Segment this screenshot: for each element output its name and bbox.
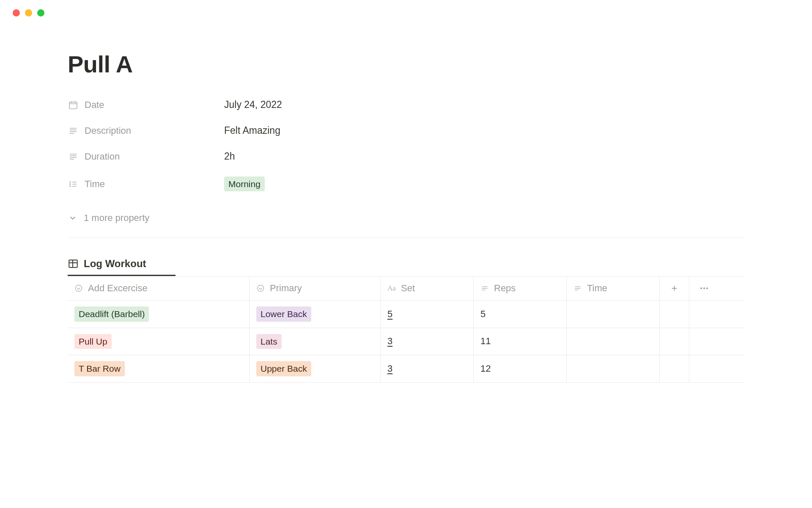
- cell-set[interactable]: 5: [381, 301, 474, 327]
- property-value[interactable]: Morning: [224, 177, 265, 191]
- column-header-reps[interactable]: Reps: [474, 276, 567, 300]
- cell-time[interactable]: [567, 328, 660, 355]
- column-header-time[interactable]: Time: [567, 276, 660, 300]
- column-label: Primary: [270, 283, 302, 294]
- database-title: Log Workout: [84, 258, 146, 270]
- table-header-row: Add Excercise Primary Aa Set Reps: [68, 276, 744, 301]
- dropdown-arrow-icon: [74, 284, 84, 293]
- cell-empty: [660, 328, 689, 355]
- dropdown-arrow-icon: [256, 284, 266, 293]
- page-title[interactable]: Pull A: [68, 50, 744, 78]
- database-view-tab[interactable]: Log Workout: [68, 258, 744, 270]
- svg-point-1: [70, 182, 71, 182]
- cell-empty: [689, 328, 719, 355]
- plus-icon: +: [671, 282, 677, 294]
- property-label: Time: [85, 179, 105, 190]
- cell-primary[interactable]: Lower Back: [250, 301, 381, 327]
- table-more-button[interactable]: [689, 276, 719, 300]
- svg-rect-0: [69, 102, 77, 109]
- text-lines-icon: [480, 284, 490, 293]
- list-icon: [68, 179, 79, 190]
- exercise-tag: T Bar Row: [74, 361, 125, 376]
- column-label: Reps: [494, 283, 516, 294]
- cell-time[interactable]: [567, 355, 660, 382]
- property-duration[interactable]: Duration 2h: [68, 151, 744, 162]
- cell-empty: [689, 355, 719, 382]
- cell-exercise[interactable]: Deadlift (Barbell): [68, 301, 250, 327]
- property-date[interactable]: Date July 24, 2022: [68, 99, 744, 110]
- property-time[interactable]: Time Morning: [68, 177, 744, 191]
- exercise-tag: Pull Up: [74, 334, 112, 349]
- svg-point-2: [70, 184, 71, 185]
- column-label: Time: [587, 283, 607, 294]
- add-column-button[interactable]: +: [660, 276, 689, 300]
- set-value: 3: [387, 336, 392, 347]
- cell-reps[interactable]: 5: [474, 301, 567, 327]
- cell-exercise[interactable]: T Bar Row: [68, 355, 250, 382]
- text-aa-icon: Aa: [387, 284, 397, 293]
- column-label: Add Excercise: [88, 283, 148, 294]
- property-value[interactable]: Felt Amazing: [224, 125, 280, 136]
- more-properties-label: 1 more property: [84, 213, 149, 224]
- cell-reps[interactable]: 11: [474, 328, 567, 355]
- window-maximize-button[interactable]: [37, 9, 44, 17]
- window-controls: [0, 0, 812, 17]
- cell-empty: [660, 301, 689, 327]
- time-tag: Morning: [224, 177, 265, 191]
- cell-set[interactable]: 3: [381, 328, 474, 355]
- set-value: 5: [387, 309, 392, 320]
- table-row[interactable]: Pull UpLats311: [68, 328, 744, 355]
- cell-set[interactable]: 3: [381, 355, 474, 382]
- workout-table: Add Excercise Primary Aa Set Reps: [68, 276, 744, 382]
- cell-time[interactable]: [567, 301, 660, 327]
- property-label: Description: [85, 125, 131, 136]
- property-description[interactable]: Description Felt Amazing: [68, 125, 744, 136]
- cell-exercise[interactable]: Pull Up: [68, 328, 250, 355]
- window-close-button[interactable]: [13, 9, 20, 17]
- text-lines-icon: [573, 284, 583, 293]
- column-header-primary[interactable]: Primary: [250, 276, 381, 300]
- page-properties: Date July 24, 2022 Description Felt Amaz…: [68, 99, 744, 191]
- property-label: Duration: [85, 151, 120, 162]
- more-horizontal-icon: [700, 287, 708, 289]
- cell-primary[interactable]: Upper Back: [250, 355, 381, 382]
- exercise-tag: Deadlift (Barbell): [74, 306, 149, 321]
- set-value: 3: [387, 363, 392, 374]
- cell-primary[interactable]: Lats: [250, 328, 381, 355]
- table-icon: [68, 258, 79, 269]
- text-lines-icon: [68, 125, 79, 136]
- chevron-down-icon: [68, 213, 78, 223]
- primary-tag: Lower Back: [256, 306, 311, 321]
- window-minimize-button[interactable]: [25, 9, 32, 17]
- cell-empty: [689, 301, 719, 327]
- cell-empty: [660, 355, 689, 382]
- column-header-exercise[interactable]: Add Excercise: [68, 276, 250, 300]
- column-header-set[interactable]: Aa Set: [381, 276, 474, 300]
- property-value[interactable]: 2h: [224, 151, 235, 162]
- svg-point-5: [76, 285, 82, 292]
- svg-point-6: [258, 285, 264, 292]
- text-lines-icon: [68, 151, 79, 162]
- table-row[interactable]: Deadlift (Barbell)Lower Back55: [68, 301, 744, 328]
- svg-rect-4: [69, 260, 77, 268]
- cell-reps[interactable]: 12: [474, 355, 567, 382]
- column-label: Set: [401, 283, 415, 294]
- property-label: Date: [85, 99, 104, 110]
- divider: [68, 237, 744, 237]
- primary-tag: Upper Back: [256, 361, 311, 376]
- primary-tag: Lats: [256, 334, 282, 349]
- property-value[interactable]: July 24, 2022: [224, 99, 282, 110]
- svg-point-3: [70, 186, 71, 187]
- table-row[interactable]: T Bar RowUpper Back312: [68, 355, 744, 382]
- show-more-properties-button[interactable]: 1 more property: [68, 204, 744, 237]
- calendar-icon: [68, 99, 79, 110]
